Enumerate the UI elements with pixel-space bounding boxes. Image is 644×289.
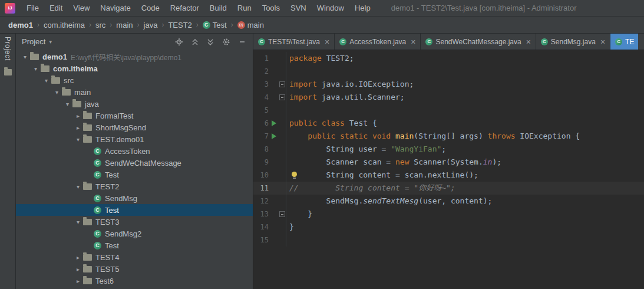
editor-tab-accesstoken.java[interactable]: CAccessToken.java× xyxy=(335,34,421,50)
chevron-collapsed-icon[interactable]: ▸ xyxy=(74,254,82,261)
menu-item-run[interactable]: Run xyxy=(232,4,257,12)
breadcrumb-label: java xyxy=(144,21,158,29)
tree-item-demo1[interactable]: ▾demo1E:\wyf\代码相关\java\playpp\demo1 xyxy=(16,51,253,63)
breadcrumb-item-test[interactable]: CTest xyxy=(202,21,228,29)
class-icon: C xyxy=(94,159,101,167)
fold-marker-icon[interactable] xyxy=(279,91,286,104)
code-line-10: 10 String content = scan.nextLine(); xyxy=(253,169,644,182)
breadcrumb-item-test2[interactable]: TEST2 xyxy=(167,21,193,29)
gutter-run-slot xyxy=(269,91,279,104)
gutter-run-slot xyxy=(269,234,279,247)
tree-item-java[interactable]: ▾java xyxy=(16,98,253,110)
tree-item-sendmsg[interactable]: CSendMsg xyxy=(16,192,253,204)
chevron-expanded-icon[interactable]: ▾ xyxy=(42,77,51,84)
collapse-all-icon[interactable] xyxy=(191,38,199,46)
tree-item-src[interactable]: ▾src xyxy=(16,74,253,86)
breadcrumb-item-src[interactable]: src xyxy=(94,21,107,29)
chevron-expanded-icon[interactable]: ▾ xyxy=(74,136,82,143)
chevron-collapsed-icon[interactable]: ▸ xyxy=(74,266,82,272)
code-token: import xyxy=(289,80,322,88)
run-button-icon[interactable] xyxy=(269,117,279,130)
menu-item-code[interactable]: Code xyxy=(136,4,165,12)
tree-item-test4[interactable]: ▸TEST4 xyxy=(16,251,253,263)
fold-marker-icon[interactable] xyxy=(279,78,286,91)
chevron-collapsed-icon[interactable]: ▸ xyxy=(74,124,82,131)
tree-item-test5[interactable]: ▸TEST5 xyxy=(16,263,253,275)
menu-item-help[interactable]: Help xyxy=(349,4,376,12)
tree-item-sendmsg2[interactable]: CSendMsg2 xyxy=(16,228,253,239)
menu-item-navigate[interactable]: Navigate xyxy=(95,4,136,12)
chevron-expanded-icon[interactable]: ▾ xyxy=(74,183,82,190)
tree-item-com.itheima[interactable]: ▾com.itheima xyxy=(16,63,253,74)
chevron-expanded-icon[interactable]: ▾ xyxy=(21,54,29,60)
breadcrumb-item-main[interactable]: mmain xyxy=(236,21,265,29)
line-number: 13 xyxy=(253,208,269,221)
code-text: SendMsg.sendTextMesg(user, content); xyxy=(286,195,644,208)
tool-window-tab-project[interactable]: Project xyxy=(4,37,12,61)
editor-tab-sendmsg.java[interactable]: CSendMsg.java× xyxy=(536,34,610,50)
code-token: java.io.IOException; xyxy=(322,80,414,88)
editor-tab-te[interactable]: CTE xyxy=(610,34,638,50)
line-number: 10 xyxy=(253,169,269,182)
folder-icon xyxy=(41,65,49,72)
code-token: } xyxy=(289,222,294,231)
tree-item-test3[interactable]: ▾TEST3 xyxy=(16,216,253,228)
chevron-expanded-icon[interactable]: ▾ xyxy=(63,101,72,107)
run-button-icon[interactable] xyxy=(269,130,279,143)
editor-tab-test5\test.java[interactable]: CTEST5\Test.java× xyxy=(253,34,335,50)
gutter-fold-slot xyxy=(279,195,286,208)
menu-item-svn[interactable]: SVN xyxy=(285,4,312,12)
close-icon[interactable]: × xyxy=(526,38,531,46)
close-icon[interactable]: × xyxy=(411,38,415,46)
hide-panel-icon[interactable] xyxy=(239,38,246,46)
tree-item-formaltest[interactable]: ▸FormalTest xyxy=(16,110,253,121)
breadcrumb-item-demo1[interactable]: demo1 xyxy=(7,21,34,29)
menu-item-window[interactable]: Window xyxy=(312,4,349,12)
chevron-collapsed-icon[interactable]: ▸ xyxy=(74,113,82,119)
tree-item-test6[interactable]: ▸Test6 xyxy=(16,275,253,287)
code-line-15: 15 xyxy=(253,234,644,247)
chevron-expanded-icon[interactable]: ▾ xyxy=(74,219,82,225)
editor-tab-sendwechatmessage.java[interactable]: CSendWeChatMessage.java× xyxy=(421,34,536,50)
code-area[interactable]: 1package TEST2;23import java.io.IOExcept… xyxy=(253,50,644,289)
locate-file-icon[interactable] xyxy=(175,38,183,46)
menu-item-refactor[interactable]: Refactor xyxy=(165,4,204,12)
breadcrumb-item-java[interactable]: java xyxy=(143,21,159,29)
tree-item-test2[interactable]: ▾TEST2 xyxy=(16,180,253,192)
breadcrumb-item-main[interactable]: main xyxy=(115,21,134,29)
chevron-expanded-icon[interactable]: ▾ xyxy=(52,89,61,96)
chevron-collapsed-icon[interactable]: ▸ xyxy=(74,278,82,284)
expand-all-icon[interactable] xyxy=(207,38,214,46)
tree-item-shortmsgsend[interactable]: ▸ShortMsgSend xyxy=(16,121,253,133)
title-bar: IJ FileEditViewNavigateCodeRefactorBuild… xyxy=(0,0,644,17)
chevron-down-icon[interactable]: ▾ xyxy=(49,39,52,45)
editor-pane: CTEST5\Test.java×CAccessToken.java×CSend… xyxy=(253,34,644,289)
menu-item-build[interactable]: Build xyxy=(204,4,232,12)
tree-item-test[interactable]: CTest xyxy=(16,204,253,216)
tree-item-sendwechatmessage[interactable]: CSendWeChatMessage xyxy=(16,157,253,169)
fold-marker-icon[interactable] xyxy=(279,208,286,221)
editor-tabs: CTEST5\Test.java×CAccessToken.java×CSend… xyxy=(253,34,644,50)
tree-item-main[interactable]: ▾main xyxy=(16,86,253,98)
tree-item-label: java xyxy=(85,100,99,109)
menu-item-edit[interactable]: Edit xyxy=(44,4,68,12)
tree-item-accesstoken[interactable]: CAccessToken xyxy=(16,145,253,157)
code-token: Scanner scan = xyxy=(289,157,395,166)
chevron-expanded-icon[interactable]: ▾ xyxy=(31,65,40,72)
tree-item-test[interactable]: CTest xyxy=(16,169,253,180)
menu-item-view[interactable]: View xyxy=(68,4,95,12)
breadcrumb-item-com.itheima[interactable]: com.itheima xyxy=(42,21,86,29)
project-panel-title[interactable]: Project xyxy=(22,37,45,46)
gear-icon[interactable] xyxy=(222,38,230,46)
line-number: 8 xyxy=(253,143,269,156)
close-icon[interactable]: × xyxy=(325,38,329,46)
tool-strip-folder-icon[interactable] xyxy=(4,69,12,75)
code-text xyxy=(286,104,644,117)
menu-item-tools[interactable]: Tools xyxy=(257,4,285,12)
menu-item-file[interactable]: File xyxy=(21,4,44,12)
intention-bulb-icon[interactable] xyxy=(292,172,297,177)
tree-item-test.demo01[interactable]: ▾TEST.demo01 xyxy=(16,133,253,145)
close-icon[interactable]: × xyxy=(600,38,605,46)
tree-item-test[interactable]: CTest xyxy=(16,239,253,251)
folder-icon xyxy=(83,278,92,284)
